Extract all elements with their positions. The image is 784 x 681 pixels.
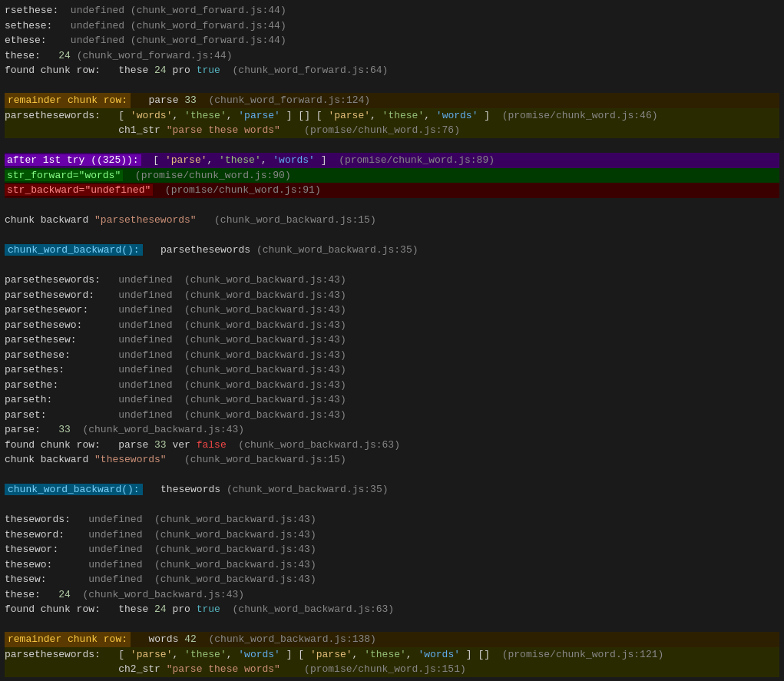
line-blank-8 <box>5 617 779 633</box>
line-blank-3 <box>5 198 779 213</box>
line-parseth: parseth: undefined (chunk_word_backward.… <box>5 392 779 408</box>
line-blank-9 <box>5 677 779 682</box>
line-blank-5 <box>5 258 779 273</box>
line-found-chunk-3: found chunk row: these 24 pro true (chun… <box>5 602 779 617</box>
line-ch2str: ch2_str "parse these words" (promise/chu… <box>5 662 779 677</box>
line-chunk-word-bwd-1: chunk_word_backward(): parsethesewords (… <box>5 243 779 258</box>
line-blank-6 <box>5 468 779 483</box>
line-sethese: sethese: undefined (chunk_word_forward.j… <box>5 18 779 34</box>
console-output: rsethese: undefined (chunk_word_forward.… <box>5 3 779 681</box>
line-thesew: thesew: undefined (chunk_word_backward.j… <box>5 572 779 587</box>
line-chunk-backward-2: chunk backward "thesewords" (chunk_word_… <box>5 452 779 468</box>
line-blank-4 <box>5 228 779 243</box>
line-parsethesewords-2: parsethesewords: [ 'parse', 'these', 'wo… <box>5 647 779 663</box>
line-found-chunk-2: found chunk row: parse 33 ver false (chu… <box>5 438 779 453</box>
line-thesewords: thesewords: undefined (chunk_word_backwa… <box>5 512 779 527</box>
line-parse: parse: 33 (chunk_word_backward.js:43) <box>5 422 779 438</box>
line-these-2: these: 24 (chunk_word_backward.js:43) <box>5 587 779 603</box>
line-str-forward-1: str_forward="words" (promise/chunk_word.… <box>5 168 779 183</box>
line-parset: parset: undefined (chunk_word_backward.j… <box>5 408 779 423</box>
line-parsethesewords-x: parsethesewords: undefined (chunk_word_b… <box>5 273 779 288</box>
line-parsethe: parsethe: undefined (chunk_word_backward… <box>5 378 779 393</box>
line-chunk-word-bwd-2: chunk_word_backward(): thesewords (chunk… <box>5 482 779 498</box>
line-these-1: these: 24 (chunk_word_forward.js:44) <box>5 48 779 64</box>
line-parsethesewords-1: parsethesewords: [ 'words', 'these', 'pa… <box>5 108 779 124</box>
line-theseword: theseword: undefined (chunk_word_backwar… <box>5 527 779 543</box>
line-thesewo: thesewo: undefined (chunk_word_backward.… <box>5 557 779 573</box>
line-chunk-backward-1: chunk backward "parsethesewords" (chunk_… <box>5 213 779 228</box>
line-thesewor: thesewor: undefined (chunk_word_backward… <box>5 542 779 557</box>
line-ethese: ethese: undefined (chunk_word_forward.js… <box>5 33 779 48</box>
line-ch1str: ch1_str "parse these words" (promise/chu… <box>5 123 779 138</box>
line-after-1st: after 1st try ((325)): [ 'parse', 'these… <box>5 153 779 168</box>
line-found-chunk-1: found chunk row: these 24 pro true (chun… <box>5 63 779 78</box>
line-parsethesewo: parsethesewo: undefined (chunk_word_back… <box>5 318 779 333</box>
line-blank-7 <box>5 498 779 513</box>
line-parsethes: parsethes: undefined (chunk_word_backwar… <box>5 362 779 378</box>
line-blank-1 <box>5 78 779 94</box>
line-remainder-2: remainder chunk row: words 42 (chunk_wor… <box>5 632 779 647</box>
line-parsetheseword: parsetheseword: undefined (chunk_word_ba… <box>5 288 779 303</box>
line-blank-2 <box>5 138 779 154</box>
line-remainder-1: remainder chunk row: parse 33 (chunk_wor… <box>5 93 779 108</box>
line-parsethese: parsethese: undefined (chunk_word_backwa… <box>5 348 779 363</box>
line-str-backward-1: str_backward="undefined" (promise/chunk_… <box>5 183 779 198</box>
line-parsethesewor: parsethesewor: undefined (chunk_word_bac… <box>5 302 779 318</box>
line-parsethesew: parsethesew: undefined (chunk_word_backw… <box>5 332 779 348</box>
line-rsethese: rsethese: undefined (chunk_word_forward.… <box>5 3 779 18</box>
